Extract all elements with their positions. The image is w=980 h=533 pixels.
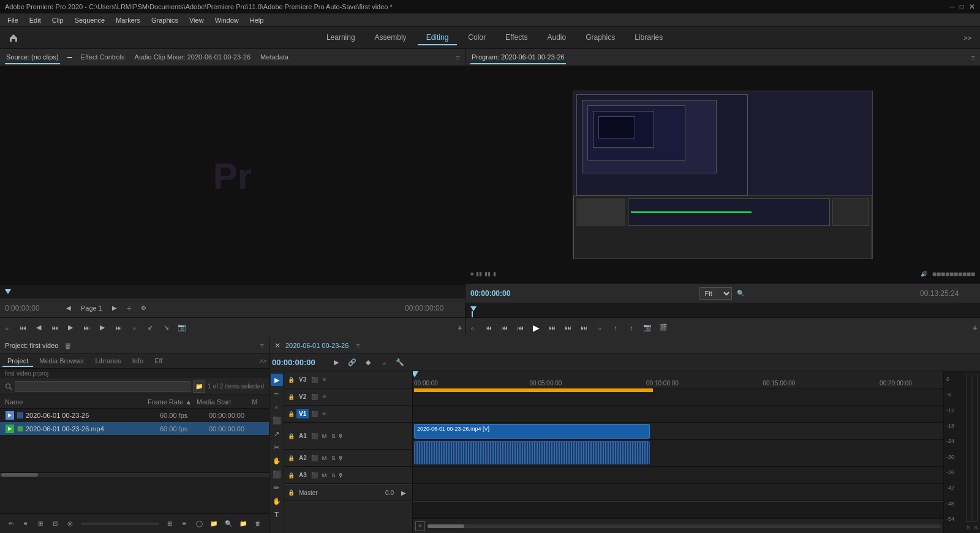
nav-item-audio[interactable]: Audio	[538, 31, 575, 45]
menu-item-file[interactable]: File	[2, 15, 23, 25]
tool-rolling-edit[interactable]: ⬛	[271, 414, 283, 426]
source-step-fwd[interactable]: ▶	[96, 321, 109, 335]
a2-mic[interactable]: 🎙	[338, 455, 344, 461]
close-button[interactable]: ✕	[969, 2, 975, 11]
minimize-button[interactable]: ─	[949, 2, 955, 11]
clip-a1[interactable]	[414, 441, 650, 464]
nav-item-libraries[interactable]: Libraries	[626, 31, 671, 45]
zoom-slider[interactable]	[81, 523, 159, 525]
source-fast-forward[interactable]: ⏭	[80, 321, 93, 335]
nav-more-button[interactable]: >>	[960, 32, 975, 44]
program-step-back[interactable]: ⏮	[497, 321, 511, 335]
source-goto-in[interactable]: ⏮	[16, 321, 29, 335]
project-scrollbar[interactable]	[0, 472, 269, 477]
menu-item-graphics[interactable]: Graphics	[146, 15, 183, 25]
menu-item-edit[interactable]: Edit	[24, 15, 46, 25]
new-bin-button[interactable]: 📁	[193, 380, 205, 393]
a2-track-name[interactable]: A2	[296, 453, 309, 463]
tab-media-browser[interactable]: Media Browser	[34, 356, 89, 367]
tool-ripple-edit[interactable]: ⬦	[271, 401, 283, 413]
v3-lock[interactable]: 🔒	[287, 376, 295, 384]
timeline-ruler[interactable]: 00:00:00 00:05:00:00 00:10:00:00 00:15:0…	[413, 371, 943, 388]
v1-eye[interactable]: 👁	[320, 410, 328, 418]
v3-track-name[interactable]: V3	[296, 375, 309, 384]
tab-project[interactable]: Project	[2, 356, 33, 367]
a2-solo[interactable]: S	[330, 455, 337, 462]
menu-item-help[interactable]: Help	[245, 15, 269, 25]
tl-snap-btn[interactable]: ▶	[330, 356, 343, 369]
timeline-close-button[interactable]: ✕	[274, 341, 281, 350]
a2-lock[interactable]: 🔒	[287, 454, 295, 463]
program-play-stop[interactable]: ▶	[529, 321, 543, 335]
timeline-scroll-bar[interactable]	[428, 524, 941, 528]
maximize-button[interactable]: □	[960, 2, 964, 11]
a1-mute[interactable]: M	[320, 433, 329, 440]
v1-sync[interactable]: ⬛	[310, 410, 318, 418]
tool-track-select[interactable]: ↔	[271, 387, 283, 399]
program-mark-out[interactable]: ⬦	[593, 321, 606, 335]
source-step-back[interactable]: ◀	[32, 321, 45, 335]
tab-audio-clip-mixer[interactable]: Audio Clip Mixer: 2020-06-01 00-23-26	[134, 51, 252, 64]
home-button[interactable]	[5, 29, 22, 47]
project-row-sequence[interactable]: ▶ 2020-06-01 00-23-26 60.00 fps 00:00:00…	[0, 409, 269, 422]
tool-selection[interactable]: ▶	[271, 374, 283, 386]
program-panel-menu[interactable]: ≡	[971, 54, 975, 61]
a2-mute[interactable]: M	[320, 455, 329, 462]
nav-item-assembly[interactable]: Assembly	[366, 31, 415, 45]
master-lock[interactable]: 🔒	[287, 488, 295, 497]
a3-lock[interactable]: 🔒	[287, 471, 295, 480]
find-button[interactable]: 🔍	[222, 518, 235, 530]
timeline-menu-icon[interactable]: ≡	[356, 342, 360, 349]
program-lift[interactable]: ↑	[609, 321, 622, 335]
panel-tabs-more[interactable]: >>	[259, 358, 266, 365]
a3-mute[interactable]: M	[320, 472, 329, 479]
project-search-input[interactable]	[15, 381, 190, 392]
program-goto-in[interactable]: ⏮	[481, 321, 495, 335]
source-goto-out[interactable]: ⏭	[111, 321, 125, 335]
program-rewind[interactable]: ⏮	[513, 321, 527, 335]
add-track-button[interactable]: +	[415, 521, 425, 531]
source-rewind[interactable]: ⏮	[48, 321, 61, 335]
source-mark-out[interactable]: ⬦	[127, 321, 141, 335]
tool-hand[interactable]: ✋	[271, 495, 283, 507]
new-item-button[interactable]: ✏	[5, 518, 17, 530]
a1-sync[interactable]: ⬛	[311, 432, 319, 440]
project-row-video[interactable]: ▶ 2020-06-01 00-23-26.mp4 60.00 fps 00:0…	[0, 422, 269, 436]
menu-item-markers[interactable]: Markers	[111, 15, 145, 25]
a3-sync[interactable]: ⬛	[311, 471, 319, 480]
source-add-track[interactable]: +	[458, 323, 462, 333]
source-camera[interactable]: 📷	[175, 321, 189, 335]
tab-source[interactable]: Source: (no clips)	[5, 51, 60, 64]
program-add-track[interactable]: +	[973, 323, 978, 333]
clip-v1[interactable]: 2020-06-01 00-23-26.mp4 [V]	[414, 424, 650, 439]
delete-button[interactable]: 🗑	[252, 518, 264, 530]
a3-mic[interactable]: 🎙	[338, 472, 344, 478]
v2-sync[interactable]: ⬛	[310, 393, 318, 401]
icon-view-button[interactable]: ⊞	[34, 518, 47, 530]
source-page-next[interactable]: ▶	[108, 302, 121, 314]
tl-add-marker2[interactable]: ⬦	[377, 356, 391, 369]
master-navigate[interactable]: ▶	[398, 486, 410, 499]
new-bin-btn2[interactable]: 📁	[237, 518, 249, 530]
a1-lock[interactable]: 🔒	[287, 432, 295, 440]
list-view-button[interactable]: ≡	[20, 518, 32, 530]
sort-button[interactable]: ≡	[178, 518, 190, 530]
source-play-stop[interactable]: ▶	[64, 321, 77, 335]
v1-lock[interactable]: 🔒	[287, 410, 295, 418]
v2-track-name[interactable]: V2	[296, 392, 309, 401]
v3-sync[interactable]: ⬛	[310, 376, 318, 384]
menu-item-clip[interactable]: Clip	[47, 15, 69, 25]
source-add-button[interactable]: +	[123, 302, 135, 314]
menu-item-sequence[interactable]: Sequence	[70, 15, 110, 25]
project-panel-menu[interactable]: ≡	[260, 342, 264, 349]
v2-eye[interactable]: 👁	[320, 393, 328, 401]
tab-info[interactable]: Info	[127, 356, 148, 367]
tool-rate-stretch[interactable]: ↗	[271, 428, 283, 440]
bin-button[interactable]: 📁	[208, 518, 220, 530]
program-step-fwd[interactable]: ⏭	[561, 321, 575, 335]
v2-lock[interactable]: 🔒	[287, 393, 295, 401]
zoom-fit-select[interactable]: Fit Full 25% 50%	[699, 287, 732, 300]
nav-item-color[interactable]: Color	[459, 31, 494, 45]
tool-type[interactable]: T	[271, 508, 283, 521]
source-insert[interactable]: ↙	[143, 321, 157, 335]
